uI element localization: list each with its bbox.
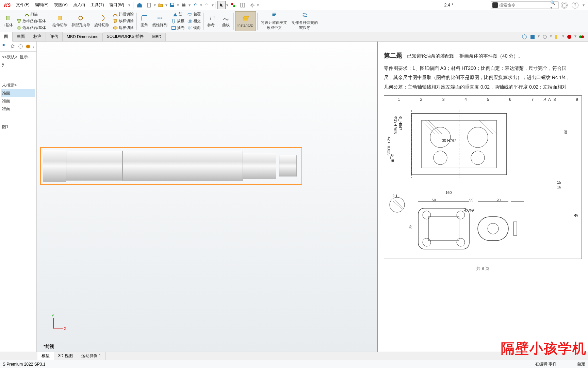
search-icon[interactable]: 🔍▾: [550, 0, 557, 10]
reference-document-panel[interactable]: 第二题 已知齿轮油泵的装配图，拆画泵体的零件图（40 分）。 零件图要求：1、图…: [377, 42, 588, 352]
tab-annotate[interactable]: 标注: [29, 32, 46, 41]
dim-90r: 90: [564, 130, 568, 134]
cut-boundary-button[interactable]: 边界切除: [111, 25, 135, 31]
svg-point-25: [543, 35, 546, 39]
spring-macro-button[interactable]: 制作各种弹簧的宏程序: [290, 11, 320, 31]
dim-phif7: Φ_H8/f7: [398, 116, 403, 130]
tree-plane-front[interactable]: 准面: [1, 89, 35, 97]
rib-button[interactable]: 筋: [169, 11, 186, 18]
svg-rect-57: [513, 222, 517, 235]
menu-view[interactable]: 视图(V): [51, 1, 70, 9]
svg-point-17: [161, 17, 162, 19]
help-icon[interactable]: ?: [572, 2, 578, 9]
tree-plane-top[interactable]: 准面: [1, 97, 35, 105]
feature-tree-panel: › <<默认>_显示状态 y 未指定> 准面 准面 准面 图1: [0, 42, 37, 352]
menu-file[interactable]: 文件(F): [13, 1, 32, 9]
svg-rect-30: [3, 44, 5, 46]
select-icon[interactable]: [217, 1, 226, 9]
redo-icon[interactable]: [203, 1, 211, 9]
intersect-button[interactable]: 相交: [186, 18, 202, 25]
cut-loft-button[interactable]: 放样切除: [111, 18, 135, 25]
cut-sweep-button[interactable]: 扫描切除: [111, 11, 135, 18]
shell-button[interactable]: 抽壳: [169, 25, 186, 31]
extrude-boss-button[interactable]: ↓基体: [1, 11, 15, 31]
status-version: S Premium 2022 SP3.1: [3, 362, 45, 367]
draft-button[interactable]: 拔模: [169, 18, 186, 25]
appearance-icon[interactable]: [566, 34, 572, 40]
svg-line-45: [483, 120, 496, 134]
view-orientation-icon[interactable]: [521, 34, 527, 40]
rebuild-icon[interactable]: [229, 1, 237, 9]
tree-plane-right[interactable]: 准面: [1, 105, 35, 113]
svg-point-50: [423, 211, 431, 219]
svg-rect-4: [183, 3, 185, 4]
linear-pattern-button[interactable]: 线性阵列: [150, 11, 169, 31]
graphics-viewport[interactable]: ✦→ Y X *前视: [37, 42, 377, 352]
undo-icon[interactable]: [191, 1, 199, 9]
svg-point-5: [231, 3, 233, 5]
svg-rect-24: [530, 35, 535, 39]
menu-tools[interactable]: 工具(T): [88, 1, 107, 9]
cut-extrude-button[interactable]: 拉伸切除: [50, 11, 69, 31]
appearance-manager-icon[interactable]: [25, 44, 31, 50]
instant3d-button[interactable]: Instant3D: [235, 11, 256, 31]
view-triad[interactable]: Y X: [47, 314, 67, 335]
wrap-button[interactable]: 包覆: [186, 11, 202, 18]
feature-tree-icon[interactable]: [2, 44, 8, 50]
model-selection-box[interactable]: [40, 147, 302, 185]
menu-insert[interactable]: 插入(I): [70, 1, 88, 9]
shaft-model[interactable]: [43, 151, 299, 181]
tab-mbd[interactable]: MBD: [148, 33, 166, 41]
config-manager-icon[interactable]: [18, 44, 23, 50]
home-icon[interactable]: [135, 1, 144, 9]
svg-rect-54: [428, 217, 459, 241]
bottom-tab-3dview[interactable]: 3D 视图: [54, 352, 77, 360]
translate-tree-button[interactable]: 将设计树由英文改成中文: [259, 11, 290, 31]
tab-evaluate[interactable]: 评估: [46, 32, 63, 41]
dim-16: 16: [557, 185, 561, 189]
svg-line-47: [393, 201, 402, 209]
loft-button[interactable]: 放样凸台/基体: [15, 18, 47, 25]
detail-view: [388, 195, 408, 213]
cut-revolve-button[interactable]: 旋转切除: [92, 11, 111, 31]
menu-edit[interactable]: 编辑(E): [32, 1, 51, 9]
ribbon-toolbar: ↓基体 扫描 放样凸台/基体 边界凸台/基体 拉伸切除 异型孔向导 旋转切除 扫…: [0, 10, 588, 32]
section-view-icon[interactable]: [554, 34, 560, 40]
open-icon[interactable]: [157, 1, 165, 9]
settings-icon[interactable]: [248, 1, 256, 9]
bottom-tab-motion[interactable]: 运动算例 1: [77, 352, 105, 360]
print-icon[interactable]: [180, 1, 188, 9]
tab-sketch[interactable]: 图: [0, 32, 13, 42]
tree-node[interactable]: 未指定>: [1, 81, 35, 89]
svg-point-27: [567, 35, 571, 39]
feature-tree[interactable]: <<默认>_显示状态 y 未指定> 准面 准面 准面 图1: [0, 52, 36, 132]
boundary-boss-button[interactable]: 边界凸台/基体: [15, 25, 47, 31]
tree-node[interactable]: y: [1, 61, 35, 68]
svg-rect-55: [478, 217, 508, 241]
save-icon[interactable]: [168, 1, 176, 9]
property-manager-icon[interactable]: [10, 44, 16, 50]
options-panel-icon[interactable]: [239, 1, 247, 9]
tree-feature[interactable]: 图1: [1, 123, 35, 131]
search-input[interactable]: [499, 3, 550, 7]
menu-window[interactable]: 窗口(W): [107, 1, 127, 9]
tree-config[interactable]: <<默认>_显示状态: [1, 53, 35, 61]
bottom-tab-model[interactable]: 模型: [37, 352, 54, 360]
sweep-button[interactable]: 扫描: [15, 11, 47, 18]
fillet-button[interactable]: 圆角: [138, 11, 150, 31]
mirror-button[interactable]: 镜向: [186, 25, 202, 31]
svg-point-15: [157, 17, 159, 19]
tab-surface[interactable]: 曲面: [13, 32, 29, 41]
new-icon[interactable]: [145, 1, 153, 9]
tab-mbd-dimensions[interactable]: MBD Dimensions: [63, 33, 103, 41]
svg-rect-7: [241, 3, 242, 7]
hide-show-icon[interactable]: [542, 34, 548, 40]
hole-wizard-button[interactable]: 异型孔向导: [69, 11, 92, 31]
ref-geometry-button[interactable]: 参考...: [205, 11, 220, 31]
search-command-box[interactable]: 🔍▾: [491, 1, 559, 9]
scene-icon[interactable]: [578, 34, 585, 40]
curves-button[interactable]: 曲线: [220, 11, 232, 31]
display-style-icon[interactable]: [529, 34, 536, 40]
user-icon[interactable]: ◯: [561, 2, 568, 9]
tab-addins[interactable]: SOLIDWORKS 插件: [103, 32, 148, 41]
